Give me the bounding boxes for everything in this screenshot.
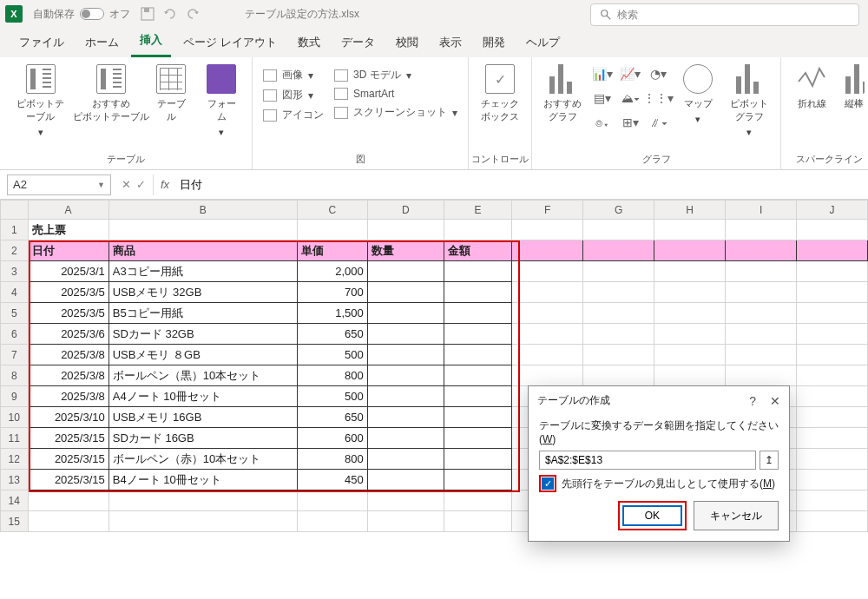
row-header-1[interactable]: 1 (1, 220, 29, 240)
cell-A12[interactable]: 2025/3/15 (28, 449, 108, 470)
cell-E4[interactable] (444, 282, 511, 303)
cell-J11[interactable] (797, 428, 868, 449)
recommended-pivot-button[interactable]: おすすめ ピボットテーブル (77, 63, 144, 125)
cell-D13[interactable] (367, 470, 444, 490)
cell-F2[interactable] (512, 240, 583, 261)
col-header-G[interactable]: G (583, 201, 654, 220)
cell-I2[interactable] (726, 240, 797, 261)
cell-C12[interactable]: 800 (297, 449, 367, 470)
cell-J4[interactable] (797, 282, 868, 303)
cell-E15[interactable] (444, 511, 511, 532)
cell-A5[interactable]: 2025/3/5 (28, 303, 108, 324)
pictures-button[interactable]: 画像 ▾ (260, 66, 327, 84)
cell-C8[interactable]: 800 (297, 365, 367, 386)
undo-icon[interactable] (163, 7, 177, 21)
cell-H5[interactable] (654, 303, 726, 324)
tab-ホーム[interactable]: ホーム (76, 30, 128, 57)
cell-B1[interactable] (108, 220, 297, 240)
cell-B8[interactable]: ボールペン（黒）10本セット (108, 365, 297, 386)
cell-C2[interactable]: 単価 (297, 240, 367, 261)
sparkline-column-button[interactable]: 縦棒 (838, 63, 868, 112)
cell-A14[interactable] (28, 490, 108, 511)
cell-D8[interactable] (367, 365, 444, 386)
row-header-11[interactable]: 11 (1, 428, 29, 449)
cell-A15[interactable] (28, 511, 108, 532)
cell-C15[interactable] (297, 511, 367, 532)
cell-H7[interactable] (654, 345, 726, 365)
cell-C10[interactable]: 650 (297, 407, 367, 428)
cell-I8[interactable] (726, 365, 797, 386)
cell-C13[interactable]: 450 (297, 470, 367, 490)
cell-I3[interactable] (726, 261, 797, 282)
cell-B6[interactable]: SDカード 32GB (108, 324, 297, 345)
cell-A6[interactable]: 2025/3/6 (28, 324, 108, 345)
3dmodel-button[interactable]: 3D モデル ▾ (331, 66, 461, 84)
cell-G8[interactable] (583, 365, 654, 386)
cell-E3[interactable] (444, 261, 511, 282)
cell-I6[interactable] (726, 324, 797, 345)
row-header-6[interactable]: 6 (1, 324, 29, 345)
cell-G3[interactable] (583, 261, 654, 282)
dialog-close-icon[interactable]: ✕ (770, 394, 780, 408)
col-header-I[interactable]: I (726, 201, 797, 220)
row-header-14[interactable]: 14 (1, 490, 29, 511)
cell-E6[interactable] (444, 324, 511, 345)
cell-A1[interactable]: 売上票 (28, 220, 108, 240)
filename-label[interactable]: テーブル設定の方法.xlsx (245, 7, 359, 22)
col-header-F[interactable]: F (512, 201, 583, 220)
sparkline-line-button[interactable]: 折れ線 (788, 63, 835, 112)
formula-input[interactable] (176, 174, 868, 195)
pivot-table-button[interactable]: ピボットテーブル▾ (7, 63, 74, 140)
cell-E10[interactable] (444, 407, 511, 428)
cell-G4[interactable] (583, 282, 654, 303)
cell-I7[interactable] (726, 345, 797, 365)
cell-B10[interactable]: USBメモリ 16GB (108, 407, 297, 428)
row-header-7[interactable]: 7 (1, 345, 29, 365)
tab-数式[interactable]: 数式 (289, 30, 329, 57)
cell-F5[interactable] (512, 303, 583, 324)
col-header-A[interactable]: A (28, 201, 108, 220)
dialog-help-icon[interactable]: ? (749, 394, 756, 408)
cell-B12[interactable]: ボールペン（赤）10本セット (108, 449, 297, 470)
cell-A13[interactable]: 2025/3/15 (28, 470, 108, 490)
cell-A9[interactable]: 2025/3/8 (28, 386, 108, 407)
scatter-chart-icon[interactable]: ⋮⋮▾ (645, 87, 671, 109)
row-header-4[interactable]: 4 (1, 282, 29, 303)
row-header-5[interactable]: 5 (1, 303, 29, 324)
cell-D11[interactable] (367, 428, 444, 449)
cell-D6[interactable] (367, 324, 444, 345)
cancel-button[interactable]: キャンセル (694, 501, 779, 530)
confirm-edit-icon[interactable]: ✓ (136, 178, 146, 191)
col-header-D[interactable]: D (367, 201, 444, 220)
cell-A2[interactable]: 日付 (28, 240, 108, 261)
pie-chart-icon[interactable]: ◔▾ (645, 63, 671, 85)
cell-B14[interactable] (108, 490, 297, 511)
cell-E2[interactable]: 金額 (444, 240, 511, 261)
cell-H4[interactable] (654, 282, 726, 303)
cell-I4[interactable] (726, 282, 797, 303)
cell-G1[interactable] (583, 220, 654, 240)
cell-C7[interactable]: 500 (297, 345, 367, 365)
row-header-12[interactable]: 12 (1, 449, 29, 470)
row-header-13[interactable]: 13 (1, 470, 29, 490)
autosave-toggle[interactable]: 自動保存 オフ (33, 7, 130, 22)
save-icon[interactable] (141, 7, 155, 21)
cell-J1[interactable] (797, 220, 868, 240)
cell-B15[interactable] (108, 511, 297, 532)
col-header-B[interactable]: B (108, 201, 297, 220)
screenshot-button[interactable]: スクリーンショット ▾ (331, 103, 461, 122)
cell-C14[interactable] (297, 490, 367, 511)
row-header-8[interactable]: 8 (1, 365, 29, 386)
column-chart-icon[interactable]: 📊▾ (589, 63, 615, 85)
cell-J7[interactable] (797, 345, 868, 365)
tab-開発[interactable]: 開発 (474, 30, 514, 57)
cell-D12[interactable] (367, 449, 444, 470)
cell-E8[interactable] (444, 365, 511, 386)
cell-E12[interactable] (444, 449, 511, 470)
fx-icon[interactable]: fx (154, 178, 176, 191)
col-header-C[interactable]: C (297, 201, 367, 220)
cell-J2[interactable] (797, 240, 868, 261)
header-row-checkbox-label[interactable]: 先頭行をテーブルの見出しとして使用する(M) (562, 477, 775, 491)
cell-A4[interactable]: 2025/3/5 (28, 282, 108, 303)
cell-E11[interactable] (444, 428, 511, 449)
